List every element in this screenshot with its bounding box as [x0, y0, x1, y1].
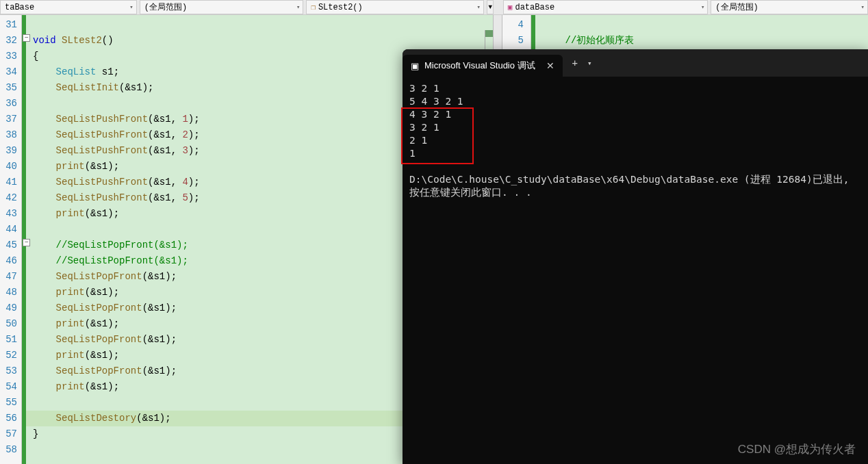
line-number: 40 — [0, 159, 17, 175]
scope-dropdown-1[interactable]: taBase ▾ — [0, 0, 137, 14]
line-number: 47 — [0, 269, 17, 285]
cube-icon: ❒ — [311, 3, 316, 12]
chevron-down-icon[interactable]: ▾ — [587, 59, 592, 68]
code-line: void SLtest2() — [25, 33, 493, 49]
terminal-output[interactable]: 3 2 1 5 4 3 2 1 4 3 2 1 3 2 1 2 1 1 D:\C… — [403, 77, 868, 205]
terminal-tab-title: Microsoft Visual Studio 调试 — [424, 60, 535, 72]
scope-dropdown-2[interactable]: (全局范围) ▾ — [140, 0, 304, 14]
code-line — [534, 17, 868, 33]
line-number: 39 — [0, 143, 17, 159]
function-dropdown[interactable]: ❒ SLtest2() ▾ — [306, 0, 484, 14]
file-dropdown[interactable]: ▣ dataBase ▾ — [503, 0, 709, 14]
chevron-down-icon: ▾ — [701, 3, 704, 11]
dropdown-label: taBase — [5, 3, 34, 12]
code-line — [25, 17, 493, 33]
dropdown-label: (全局范围) — [144, 1, 187, 13]
line-number: 36 — [0, 96, 17, 112]
dropdown-label: SLtest2() — [318, 3, 363, 12]
line-number: 58 — [0, 442, 17, 458]
chevron-down-icon: ▾ — [296, 3, 300, 11]
pane-splitter[interactable] — [494, 0, 503, 14]
line-number: 51 — [0, 332, 17, 348]
line-number: 4 — [502, 17, 524, 33]
line-number-gutter: 3132333435363738394041424344454647484950… — [0, 15, 22, 464]
new-tab-icon[interactable]: + — [572, 57, 578, 68]
top-toolbar: taBase ▾ (全局范围) ▾ ❒ SLtest2() ▾ ▾ ▣ data… — [0, 0, 868, 15]
dropdown-label: (全局范围) — [715, 1, 758, 13]
line-number: 46 — [0, 253, 17, 269]
chevron-down-icon: ▾ — [476, 3, 480, 11]
line-number: 38 — [0, 127, 17, 143]
line-number: 48 — [0, 285, 17, 300]
line-number: 57 — [0, 426, 17, 442]
terminal-tab-actions: + ▾ — [563, 57, 592, 68]
line-number: 33 — [0, 49, 17, 64]
line-number: 44 — [0, 222, 17, 237]
change-indicator-bar — [531, 15, 535, 49]
line-number: 42 — [0, 190, 17, 206]
watermark-text: CSDN @想成为传火者 — [738, 441, 856, 457]
line-number: 37 — [0, 112, 17, 127]
line-number: 43 — [0, 206, 17, 222]
terminal-tab[interactable]: ▣ Microsoft Visual Studio 调试 ✕ — [403, 55, 563, 77]
line-number: 54 — [0, 379, 17, 395]
line-number: 35 — [0, 80, 17, 96]
close-tab-icon[interactable]: ✕ — [546, 60, 554, 71]
line-number: 5 — [502, 33, 524, 49]
fold-toggle[interactable]: − — [23, 239, 30, 246]
dropdown-label: dataBase — [515, 3, 554, 12]
line-number: 56 — [0, 411, 17, 426]
line-number: 31 — [0, 17, 17, 33]
terminal-icon: ▣ — [411, 61, 419, 71]
file-icon: ▣ — [508, 3, 513, 12]
line-number: 34 — [0, 64, 17, 80]
line-number: 49 — [0, 300, 17, 316]
debug-terminal-window: ▣ Microsoft Visual Studio 调试 ✕ + ▾ 3 2 1… — [403, 49, 868, 464]
line-number: 32 — [0, 33, 17, 49]
line-number: 45 — [0, 237, 17, 253]
chevron-down-icon: ▾ — [129, 3, 133, 11]
line-number: 53 — [0, 363, 17, 379]
extra-dropdown[interactable]: ▾ — [487, 0, 494, 14]
chevron-down-icon: ▾ — [487, 1, 493, 12]
fold-toggle[interactable]: − — [23, 34, 30, 42]
code-line: //初始化顺序表 — [534, 33, 868, 49]
chevron-down-icon: ▾ — [861, 3, 865, 11]
line-number: 52 — [0, 348, 17, 363]
scope-dropdown-right[interactable]: (全局范围) ▾ — [711, 0, 868, 14]
line-number: 55 — [0, 395, 17, 411]
terminal-titlebar[interactable]: ▣ Microsoft Visual Studio 调试 ✕ + ▾ — [403, 49, 868, 77]
line-number: 41 — [0, 175, 17, 190]
line-number: 50 — [0, 316, 17, 332]
